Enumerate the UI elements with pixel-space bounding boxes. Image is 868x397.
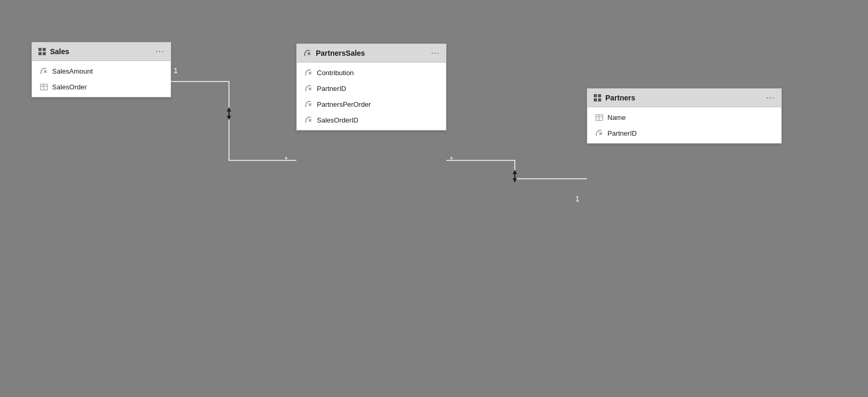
field-partners-partner-id-label: PartnerID: [607, 129, 637, 137]
table-partners-sales-body: Contribution PartnerID: [297, 63, 446, 130]
calc-icon-partners-partner-id: [595, 129, 603, 137]
field-partners-per-order-label: PartnersPerOrder: [317, 100, 371, 108]
field-sales-order: SalesOrder: [32, 79, 171, 95]
table-partners-menu[interactable]: ···: [766, 93, 775, 103]
calc-icon-sales-amount: [39, 67, 48, 75]
table-partners: Partners ··· Name: [587, 88, 782, 144]
field-contribution: Contribution: [297, 65, 446, 80]
field-sales-amount: SalesAmount: [32, 63, 171, 79]
svg-marker-3: [513, 170, 517, 174]
table-partners-sales-header-left: PartnersSales: [303, 49, 365, 57]
svg-marker-4: [513, 178, 517, 182]
field-sales-order-label: SalesOrder: [52, 83, 87, 91]
table-partners-header-left: Partners: [594, 94, 635, 102]
cardinality-partners-1: 1: [575, 195, 580, 203]
calc-icon-partners-per-order: [304, 100, 313, 108]
svg-rect-2: [228, 111, 230, 116]
table-partners-sales-title: PartnersSales: [316, 49, 365, 57]
table-sales: Sales ··· SalesAmount: [32, 42, 171, 97]
field-sales-amount-label: SalesAmount: [52, 67, 93, 75]
field-contribution-label: Contribution: [317, 69, 354, 77]
field-name-label: Name: [607, 114, 626, 121]
cardinality-partners-sales-many: *: [285, 155, 287, 164]
diagram-canvas: 1 * 1 * Sales ··· Sal: [0, 0, 868, 397]
cardinality-partners-sales-many2: *: [450, 155, 453, 164]
field-partner-id: PartnerID: [297, 80, 446, 96]
join-handle-sales-partners-sales: [224, 106, 234, 123]
table-sales-header-left: Sales: [38, 47, 69, 56]
table-partners-title: Partners: [605, 94, 635, 102]
cardinality-sales-1: 1: [174, 66, 178, 75]
table-partners-sales: PartnersSales ··· Contribution: [296, 44, 446, 130]
calc-icon-contribution: [304, 68, 313, 77]
field-partner-id-label: PartnerID: [317, 85, 346, 93]
table-partners-sales-header: PartnersSales ···: [297, 44, 446, 63]
table-sales-body: SalesAmount SalesOrder: [32, 61, 171, 97]
grid-icon-partners: [594, 94, 601, 101]
table-sales-header: Sales ···: [32, 43, 171, 61]
field-partners-partner-id: PartnerID: [587, 125, 781, 141]
table-icon-name: [595, 113, 603, 121]
field-sales-order-id-label: SalesOrderID: [317, 116, 358, 124]
table-sales-menu[interactable]: ···: [156, 47, 164, 56]
svg-marker-0: [227, 107, 231, 111]
table-partners-body: Name PartnerID: [587, 107, 781, 143]
table-partners-header: Partners ···: [587, 89, 781, 107]
svg-marker-1: [227, 116, 231, 120]
calc-icon-partner-id: [304, 84, 313, 93]
table-sales-title: Sales: [50, 47, 69, 56]
field-name: Name: [587, 109, 781, 125]
join-handle-partners-partners-sales: [510, 169, 520, 186]
calc-icon-partners-sales-header: [303, 49, 312, 57]
table-partners-sales-menu[interactable]: ···: [431, 48, 440, 58]
calc-icon-sales-order-id: [304, 116, 313, 124]
field-sales-order-id: SalesOrderID: [297, 112, 446, 128]
table-icon-sales-order: [39, 83, 48, 91]
svg-rect-5: [514, 174, 515, 178]
field-partners-per-order: PartnersPerOrder: [297, 96, 446, 112]
grid-icon-sales: [38, 48, 46, 55]
